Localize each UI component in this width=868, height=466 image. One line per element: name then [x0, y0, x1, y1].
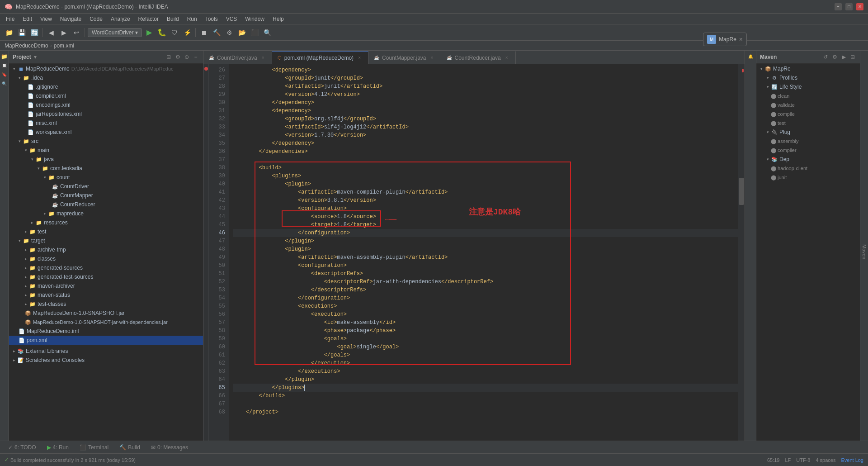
maven-dep-item-2[interactable]: ⬤ junit: [756, 173, 860, 182]
tab-count-mapper[interactable]: ☕ CountMapper.java ×: [368, 51, 441, 64]
menu-tools[interactable]: Tools: [202, 15, 222, 23]
folder-nav-button[interactable]: 📂: [236, 27, 247, 38]
menu-refactor[interactable]: Refactor: [135, 15, 162, 23]
structure-icon[interactable]: 🔲: [0, 62, 9, 70]
maven-lifecycle-item-1[interactable]: ⬤ clean: [756, 91, 860, 100]
tree-count-reducer[interactable]: ☕ CountReducer: [9, 200, 203, 209]
tree-gitignore[interactable]: 📄 .gitignore: [9, 82, 203, 91]
project-icon[interactable]: 📁: [0, 52, 9, 61]
maven-dep-item-1[interactable]: ⬤ hadoop-client: [756, 164, 860, 173]
bottom-tab-todo[interactable]: ✓ 6: TODO: [4, 442, 41, 453]
back-button[interactable]: ◀: [46, 27, 57, 38]
project-dropdown-icon[interactable]: ▾: [34, 54, 37, 60]
notifications-icon[interactable]: 🔔: [746, 52, 755, 61]
maven-plugins[interactable]: ▾ 🔌 Plug: [756, 128, 860, 137]
close-button[interactable]: ✕: [856, 3, 863, 10]
menu-window[interactable]: Window: [241, 15, 268, 23]
tree-compiler-xml[interactable]: 📄 compiler.xml: [9, 91, 203, 100]
indent-item[interactable]: 4 spaces: [816, 457, 835, 463]
tree-java-folder[interactable]: ▾ 📁 java: [9, 155, 203, 164]
bookmarks-icon[interactable]: 🔖: [0, 71, 9, 79]
tab-close-count-driver[interactable]: ×: [260, 55, 266, 61]
breadcrumb-project[interactable]: MapReduceDemo: [5, 43, 48, 49]
code-editor[interactable]: <dependency> <groupId>junit</groupId> <a…: [229, 64, 738, 443]
encoding-item[interactable]: UTF-8: [796, 457, 810, 463]
maven-settings-button[interactable]: ⚙: [831, 53, 838, 61]
bottom-tab-messages[interactable]: ✉ 0: Messages: [146, 442, 193, 453]
open-file-button[interactable]: 📁: [4, 27, 14, 38]
tab-close-count-reducer[interactable]: ×: [504, 55, 510, 61]
find-icon[interactable]: 🔍: [0, 80, 9, 88]
tree-jar-repos-xml[interactable]: 📄 jarRepositories.xml: [9, 109, 203, 119]
maven-vertical-label[interactable]: Maven: [861, 241, 868, 263]
menu-edit[interactable]: Edit: [19, 15, 36, 23]
tree-count-mapper[interactable]: ☕ CountMapper: [9, 191, 203, 200]
tree-main-folder[interactable]: ▾ 📁 main: [9, 146, 203, 155]
stop-button[interactable]: ⏹: [198, 27, 209, 38]
tree-pom-xml[interactable]: 📄 pom.xml: [9, 336, 203, 345]
maven-lifecycle-item-4[interactable]: ⬤ test: [756, 119, 860, 128]
breadcrumb-file[interactable]: pom.xml: [54, 43, 74, 49]
tree-classes-folder[interactable]: ▸ 📁 classes: [9, 254, 203, 263]
maximize-button[interactable]: □: [845, 3, 853, 10]
tree-archive-tmp[interactable]: ▸ 📁 archive-tmp: [9, 245, 203, 254]
tree-count-folder[interactable]: ▾ 📁 count: [9, 173, 203, 182]
tree-jar-deps-file[interactable]: 📦 MapReduceDemo-1.0-SNAPSHOT-jar-with-de…: [9, 318, 203, 327]
tree-misc-xml[interactable]: 📄 misc.xml: [9, 119, 203, 128]
tree-generated-test-sources[interactable]: ▸ 📁 generated-test-sources: [9, 272, 203, 281]
settings-button[interactable]: ⚙: [224, 27, 235, 38]
bottom-tab-build[interactable]: 🔨 Build: [115, 442, 145, 453]
tree-test-classes[interactable]: ▸ 📁 test-classes: [9, 300, 203, 309]
tree-count-driver[interactable]: ☕ CountDriver: [9, 182, 203, 191]
minimize-button[interactable]: −: [835, 3, 842, 10]
maven-plugin-item-1[interactable]: ⬤ assembly: [756, 137, 860, 146]
tree-jar-file[interactable]: 📦 MapReduceDemo-1.0-SNAPSHOT.jar: [9, 309, 203, 318]
menu-code[interactable]: Code: [86, 15, 106, 23]
maven-lifecycle-item-3[interactable]: ⬤ compile: [756, 109, 860, 119]
run-button[interactable]: ▶: [144, 27, 155, 38]
menu-view[interactable]: View: [37, 15, 56, 23]
save-button[interactable]: 💾: [16, 27, 27, 38]
tree-target-folder[interactable]: ▾ 📁 target: [9, 236, 203, 245]
forward-button[interactable]: ▶: [58, 27, 69, 38]
run-config-dropdown[interactable]: WordCountDriver ▾: [88, 28, 142, 37]
tab-close-pom[interactable]: ×: [356, 55, 363, 61]
editor-scrollbar[interactable]: [738, 64, 745, 443]
tree-com-leokadia[interactable]: ▾ 📁 com.leokadia: [9, 164, 203, 173]
scroll-from-source-button[interactable]: ⊙: [183, 53, 190, 61]
tree-encodings-xml[interactable]: 📄 encodings.xml: [9, 100, 203, 109]
maven-lifecycle-item-2[interactable]: ⬤ validate: [756, 100, 860, 109]
bottom-tab-terminal[interactable]: ⬛ Terminal: [75, 442, 113, 453]
tree-mapreduce-folder[interactable]: ▸ 📁 mapreduce: [9, 209, 203, 218]
maven-refresh-button[interactable]: ↺: [822, 53, 829, 61]
tab-count-driver[interactable]: ☕ CountDriver.java ×: [203, 51, 272, 64]
tab-count-reducer[interactable]: ☕ CountReducer.java ×: [441, 51, 516, 64]
tree-generated-sources[interactable]: ▸ 📁 generated-sources: [9, 263, 203, 272]
profile-button[interactable]: ⚡: [182, 27, 193, 38]
popup-close-button[interactable]: ×: [739, 36, 743, 43]
scroll-thumb[interactable]: [739, 178, 744, 205]
settings-button[interactable]: ⚙: [174, 53, 181, 61]
line-separator[interactable]: LF: [785, 457, 791, 463]
tree-iml-file[interactable]: 📄 MapReduceDemo.iml: [9, 327, 203, 336]
maven-lifecycle[interactable]: ▾ 🔄 Life Style: [756, 82, 860, 91]
tree-maven-status[interactable]: ▸ 📁 maven-status: [9, 290, 203, 300]
maven-profiles[interactable]: ▾ ⚙ Profiles: [756, 73, 860, 82]
maven-collapse-button[interactable]: ⊟: [849, 53, 856, 61]
event-log-item[interactable]: Event Log: [841, 457, 863, 463]
search-button[interactable]: 🔍: [262, 27, 273, 38]
cursor-position[interactable]: 65:19: [767, 457, 780, 463]
menu-navigate[interactable]: Navigate: [57, 15, 85, 23]
maven-project-root[interactable]: ▾ 📦 MapRe: [756, 64, 860, 73]
hide-panel-button[interactable]: −: [192, 53, 199, 61]
sync-button[interactable]: 🔄: [29, 27, 40, 38]
maven-dependencies[interactable]: ▾ 📚 Dep: [756, 155, 860, 164]
menu-help[interactable]: Help: [269, 15, 288, 23]
coverage-button[interactable]: 🛡: [169, 27, 180, 38]
debug-button[interactable]: 🐛: [156, 27, 167, 38]
maven-run-button[interactable]: ▶: [840, 53, 847, 61]
build-button[interactable]: 🔨: [211, 27, 222, 38]
collapse-all-button[interactable]: ⊟: [165, 53, 172, 61]
tree-idea-folder[interactable]: ▾ 📁 .idea: [9, 73, 203, 82]
tree-scratches[interactable]: ▸ 📝 Scratches and Consoles: [9, 356, 203, 365]
